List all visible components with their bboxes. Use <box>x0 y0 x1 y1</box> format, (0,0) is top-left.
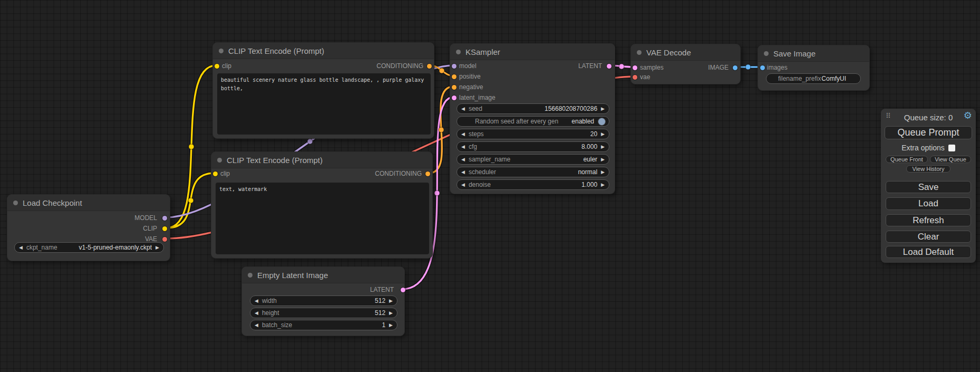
input-label-clip: clip <box>222 63 231 69</box>
collapse-dot-icon[interactable] <box>248 273 253 278</box>
increment-arrow-icon[interactable]: ▶ <box>389 323 393 328</box>
output-port-conditioning[interactable] <box>427 64 432 69</box>
input-port-clip[interactable] <box>213 171 218 176</box>
increment-arrow-icon[interactable]: ▶ <box>601 145 605 149</box>
widget-value: ComfyUI <box>821 75 850 82</box>
increment-arrow-icon[interactable]: ▶ <box>601 170 605 175</box>
increment-arrow-icon[interactable]: ▶ <box>601 157 605 162</box>
input-port-model[interactable] <box>452 64 457 69</box>
increment-arrow-icon[interactable]: ▶ <box>389 299 393 303</box>
clear-button[interactable]: Clear <box>886 231 971 243</box>
queue-front-button[interactable]: Queue Front <box>886 156 928 163</box>
input-port-negative[interactable] <box>452 85 457 90</box>
view-history-button[interactable]: View History <box>906 165 950 173</box>
increment-arrow-icon[interactable]: ▶ <box>601 183 605 187</box>
input-port-latent-image[interactable] <box>452 96 457 100</box>
decrement-arrow-icon[interactable]: ◀ <box>461 157 465 162</box>
save-button[interactable]: Save <box>886 181 971 193</box>
link-dot[interactable] <box>434 190 440 196</box>
decrement-arrow-icon[interactable]: ◀ <box>255 299 258 303</box>
node-title-bar[interactable]: KSampler <box>450 44 615 60</box>
node-title-bar[interactable]: Empty Latent Image <box>242 267 404 283</box>
widget-label: steps <box>469 130 484 138</box>
increment-arrow-icon[interactable]: ▶ <box>389 311 393 316</box>
node-vae-decode[interactable]: VAE Decode samples vae IMAGE <box>630 44 741 84</box>
node-empty-latent-image[interactable]: Empty Latent Image LATENT ◀ width 512 ▶ … <box>241 266 405 336</box>
output-port-vae[interactable] <box>162 237 167 242</box>
output-port-latent[interactable] <box>607 64 612 69</box>
collapse-dot-icon[interactable] <box>219 49 224 53</box>
node-title-bar[interactable]: CLIP Text Encode (Prompt) <box>213 43 434 59</box>
widget-cfg[interactable]: ◀ cfg 8.000 ▶ <box>457 141 609 152</box>
collapse-dot-icon[interactable] <box>217 158 222 163</box>
node-load-checkpoint[interactable]: Load Checkpoint MODEL CLIP VAE ◀ ckpt_na… <box>7 194 170 261</box>
output-port-clip[interactable] <box>162 226 167 231</box>
input-port-vae[interactable] <box>633 75 637 80</box>
increment-arrow-icon[interactable]: ▶ <box>156 245 159 250</box>
input-port-images[interactable] <box>760 65 765 70</box>
widget-height[interactable]: ◀ height 512 ▶ <box>250 308 397 318</box>
output-port-latent[interactable] <box>401 288 405 292</box>
node-save-image[interactable]: Save Image images filename_prefix ComfyU… <box>758 45 870 91</box>
link-dot[interactable] <box>307 139 313 144</box>
decrement-arrow-icon[interactable]: ◀ <box>461 107 465 111</box>
node-title-bar[interactable]: Save Image <box>758 45 869 62</box>
queue-panel: ⠿ Queue size: 0 ⚙ Queue Prompt Extra opt… <box>881 109 976 263</box>
node-title-bar[interactable]: CLIP Text Encode (Prompt) <box>211 152 432 168</box>
widget-steps[interactable]: ◀ steps 20 ▶ <box>457 129 609 139</box>
link-dot[interactable] <box>439 68 444 73</box>
extra-options-checkbox[interactable] <box>948 145 955 151</box>
link-dot[interactable] <box>439 127 444 132</box>
input-port-samples[interactable] <box>633 65 637 70</box>
node-title-bar[interactable]: VAE Decode <box>631 44 740 61</box>
widget-denoise[interactable]: ◀ denoise 1.000 ▶ <box>457 179 609 190</box>
comfyui-canvas[interactable]: { "colors": { "model": "#B39DDB", "clip"… <box>0 0 980 372</box>
widget-random-seed-toggle[interactable]: Random seed after every gen enabled <box>457 116 609 127</box>
prompt-textarea[interactable]: beautiful scenery nature glass bottle la… <box>217 73 431 135</box>
link-dot[interactable] <box>619 64 624 69</box>
widget-width[interactable]: ◀ width 512 ▶ <box>250 295 397 306</box>
gear-icon[interactable]: ⚙ <box>964 111 972 120</box>
decrement-arrow-icon[interactable]: ◀ <box>461 132 465 137</box>
link-dot[interactable] <box>188 198 193 203</box>
queue-prompt-button[interactable]: Queue Prompt <box>885 126 972 139</box>
increment-arrow-icon[interactable]: ▶ <box>601 107 605 111</box>
decrement-arrow-icon[interactable]: ◀ <box>461 145 465 149</box>
refresh-button[interactable]: Refresh <box>886 214 971 226</box>
decrement-arrow-icon[interactable]: ◀ <box>461 183 465 187</box>
node-ksampler[interactable]: KSampler model positive negative latent_… <box>450 43 615 194</box>
link-dot[interactable] <box>189 144 194 149</box>
increment-arrow-icon[interactable]: ▶ <box>601 132 605 137</box>
decrement-arrow-icon[interactable]: ◀ <box>461 170 465 175</box>
collapse-dot-icon[interactable] <box>637 50 642 55</box>
widget-batch-size[interactable]: ◀ batch_size 1 ▶ <box>250 320 397 330</box>
widget-scheduler[interactable]: ◀ scheduler normal ▶ <box>457 167 609 177</box>
widget-seed[interactable]: ◀ seed 156680208700286 ▶ <box>457 103 609 114</box>
link-dot[interactable] <box>745 64 751 70</box>
prompt-textarea[interactable]: text, watermark <box>216 183 429 254</box>
widget-ckpt-name[interactable]: ◀ ckpt_name v1-5-pruned-emaonly.ckpt ▶ <box>14 242 164 253</box>
widget-label: width <box>262 297 277 304</box>
view-queue-button[interactable]: View Queue <box>930 156 971 163</box>
output-port-image[interactable] <box>733 65 738 70</box>
output-port-model[interactable] <box>162 216 167 221</box>
collapse-dot-icon[interactable] <box>764 51 769 56</box>
output-label-latent: LATENT <box>370 287 394 293</box>
node-title-bar[interactable]: Load Checkpoint <box>7 195 170 211</box>
output-label-latent: LATENT <box>578 63 602 69</box>
collapse-dot-icon[interactable] <box>456 50 461 54</box>
load-button[interactable]: Load <box>886 197 971 210</box>
decrement-arrow-icon[interactable]: ◀ <box>19 245 23 250</box>
input-port-clip[interactable] <box>215 64 219 69</box>
widget-sampler-name[interactable]: ◀ sampler_name euler ▶ <box>457 154 609 165</box>
output-port-conditioning[interactable] <box>425 171 430 176</box>
widget-filename-prefix[interactable]: filename_prefix ComfyUI <box>766 73 861 84</box>
toggle-knob-icon[interactable] <box>598 118 606 126</box>
node-clip-text-encode-negative[interactable]: CLIP Text Encode (Prompt) clip CONDITION… <box>211 151 433 259</box>
input-port-positive[interactable] <box>452 74 457 79</box>
node-clip-text-encode-positive[interactable]: CLIP Text Encode (Prompt) clip CONDITION… <box>212 42 434 139</box>
collapse-dot-icon[interactable] <box>13 201 18 205</box>
decrement-arrow-icon[interactable]: ◀ <box>255 323 258 328</box>
load-default-button[interactable]: Load Default <box>886 246 971 258</box>
decrement-arrow-icon[interactable]: ◀ <box>255 311 258 316</box>
